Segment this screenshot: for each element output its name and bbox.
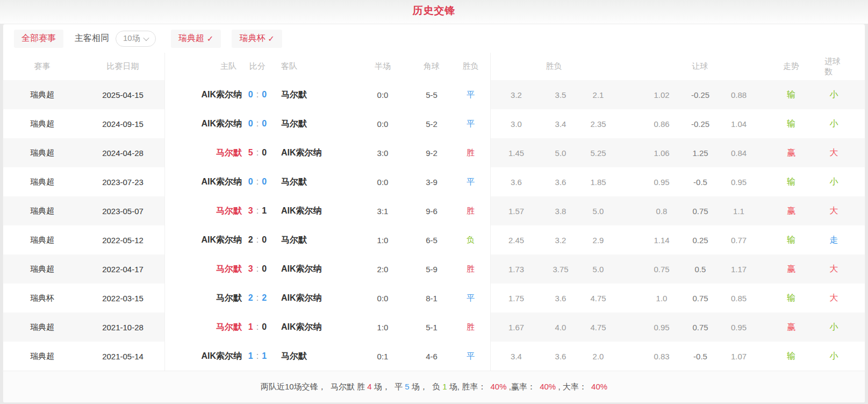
cell-corners: 5-1 — [412, 313, 451, 342]
cell-odds-draw: 3.6 — [542, 342, 579, 371]
cell-trend: 赢 — [758, 196, 824, 225]
cell-odds-lose: 4.75 — [579, 283, 617, 313]
cell-handicap-home: 1.06 — [642, 138, 681, 167]
cell-handicap-away: 0.84 — [720, 138, 758, 167]
cell-result: 胜 — [451, 138, 490, 167]
table-row[interactable]: 瑞典超 2023-05-07 马尔默 3:1 AIK索尔纳 3:1 9-6 胜 … — [3, 196, 865, 225]
match-count-dropdown[interactable]: 10场 — [116, 31, 156, 47]
cell-away-team: AIK索尔纳 — [270, 254, 353, 283]
score-away: 0 — [262, 235, 267, 245]
cell-halftime: 0:0 — [353, 283, 412, 313]
header-halftime: 半场 — [353, 53, 412, 80]
chevron-down-icon — [143, 34, 149, 40]
cell-odds-win: 2.45 — [490, 225, 542, 254]
cell-handicap-away: 0.77 — [720, 225, 758, 254]
cell-league: 瑞典超 — [3, 138, 81, 167]
cell-score: 2:2 — [245, 283, 270, 313]
table-row[interactable]: 瑞典超 2024-04-28 马尔默 5:0 AIK索尔纳 3:0 9-2 胜 … — [3, 138, 865, 167]
cell-handicap-away: 1.04 — [720, 109, 758, 138]
cell-handicap-away: 0.95 — [720, 313, 758, 342]
cell-halftime: 0:0 — [353, 167, 412, 196]
cell-goals: 走 — [824, 225, 865, 254]
table-row[interactable]: 瑞典超 2022-04-17 马尔默 3:0 AIK索尔纳 2:0 5-9 胜 … — [3, 254, 865, 283]
score-home: 0 — [248, 90, 253, 100]
page-header: 历史交锋 — [0, 0, 868, 24]
header-odds-group: 胜负 — [490, 53, 617, 80]
cell-result: 平 — [451, 80, 490, 109]
cell-handicap-away: 0.95 — [720, 167, 758, 196]
table-row[interactable]: 瑞典超 2021-10-28 马尔默 1:0 AIK索尔纳 1:0 5-1 胜 … — [3, 313, 865, 342]
cell-score: 3:0 — [245, 254, 270, 283]
table-row[interactable]: 瑞典超 2024-09-15 AIK索尔纳 0:0 马尔默 0:0 5-2 平 … — [3, 109, 865, 138]
cell-odds-lose: 1.85 — [579, 167, 617, 196]
cell-league: 瑞典超 — [3, 313, 81, 342]
cell-odds-win: 1.67 — [490, 313, 542, 342]
score-away: 1 — [262, 351, 267, 361]
score-separator: : — [256, 90, 259, 100]
score-separator: : — [256, 351, 259, 361]
same-home-away-toggle[interactable]: 主客相同 — [75, 33, 109, 44]
table-body: 瑞典超 2025-04-15 AIK索尔纳 0:0 马尔默 0:0 5-5 平 … — [3, 80, 865, 371]
cell-corners: 5-5 — [412, 80, 451, 109]
score-home: 1 — [248, 322, 253, 332]
cell-home-team: 马尔默 — [164, 283, 245, 313]
score-separator: : — [256, 148, 259, 158]
cell-handicap-home: 0.83 — [642, 342, 681, 371]
table-row[interactable]: 瑞典超 2025-04-15 AIK索尔纳 0:0 马尔默 0:0 5-5 平 … — [3, 80, 865, 109]
cell-home-team: 马尔默 — [164, 313, 245, 342]
cell-odds-win: 1.57 — [490, 196, 542, 225]
score-home: 0 — [248, 177, 253, 187]
all-matches-button[interactable]: 全部赛事 — [14, 30, 63, 48]
cell-spacer — [617, 167, 642, 196]
cell-home-team: AIK索尔纳 — [164, 225, 245, 254]
cell-trend: 输 — [758, 80, 824, 109]
cell-spacer — [617, 109, 642, 138]
cell-handicap-home: 0.95 — [642, 313, 681, 342]
cell-odds-draw: 5.0 — [542, 138, 579, 167]
cell-score: 1:1 — [245, 342, 270, 371]
cell-date: 2022-03-15 — [81, 283, 164, 313]
cell-result: 胜 — [451, 196, 490, 225]
cell-away-team: AIK索尔纳 — [270, 313, 353, 342]
cell-handicap-line: 0.75 — [681, 313, 720, 342]
league-filter-sweden-cup[interactable]: 瑞典杯 ✓ — [232, 30, 282, 48]
score-home: 3 — [248, 206, 253, 216]
cell-odds-draw: 4.0 — [542, 313, 579, 342]
cell-handicap-line: 0.75 — [681, 283, 720, 313]
cell-home-team: 马尔默 — [164, 196, 245, 225]
table-row[interactable]: 瑞典超 2021-05-14 AIK索尔纳 1:1 马尔默 0:1 4-6 平 … — [3, 342, 865, 371]
table-row[interactable]: 瑞典杯 2022-03-15 马尔默 2:2 AIK索尔纳 0:0 8-1 平 … — [3, 283, 865, 313]
league-filter-sweden-allsvenskan[interactable]: 瑞典超 ✓ — [171, 30, 221, 48]
cell-score: 0:0 — [245, 109, 270, 138]
header-corners: 角球 — [412, 53, 451, 80]
cell-home-team: AIK索尔纳 — [164, 109, 245, 138]
cell-away-team: 马尔默 — [270, 342, 353, 371]
cell-result: 胜 — [451, 313, 490, 342]
cell-trend: 输 — [758, 167, 824, 196]
table-row[interactable]: 瑞典超 2023-07-23 AIK索尔纳 0:0 马尔默 0:0 3-9 平 … — [3, 167, 865, 196]
cell-spacer — [617, 196, 642, 225]
cell-trend: 赢 — [758, 313, 824, 342]
cell-odds-draw: 3.6 — [542, 283, 579, 313]
score-home: 1 — [248, 351, 253, 361]
cell-home-team: AIK索尔纳 — [164, 342, 245, 371]
cell-league: 瑞典超 — [3, 254, 81, 283]
cell-handicap-home: 0.95 — [642, 167, 681, 196]
cell-date: 2022-04-17 — [81, 254, 164, 283]
table-row[interactable]: 瑞典超 2022-05-12 AIK索尔纳 2:0 马尔默 1:0 6-5 负 … — [3, 225, 865, 254]
cell-spacer — [617, 138, 642, 167]
cell-halftime: 0:0 — [353, 109, 412, 138]
cell-league: 瑞典超 — [3, 167, 81, 196]
cell-odds-draw: 3.75 — [542, 254, 579, 283]
cell-away-team: AIK索尔纳 — [270, 283, 353, 313]
cell-odds-win: 3.0 — [490, 109, 542, 138]
cell-trend: 输 — [758, 225, 824, 254]
cell-result: 负 — [451, 225, 490, 254]
cell-odds-draw: 3.4 — [542, 109, 579, 138]
cell-handicap-away: 1.07 — [720, 342, 758, 371]
cell-trend: 输 — [758, 283, 824, 313]
cell-odds-lose: 4.75 — [579, 313, 617, 342]
cell-date: 2023-07-23 — [81, 167, 164, 196]
cell-league: 瑞典超 — [3, 225, 81, 254]
score-away: 0 — [262, 119, 267, 129]
